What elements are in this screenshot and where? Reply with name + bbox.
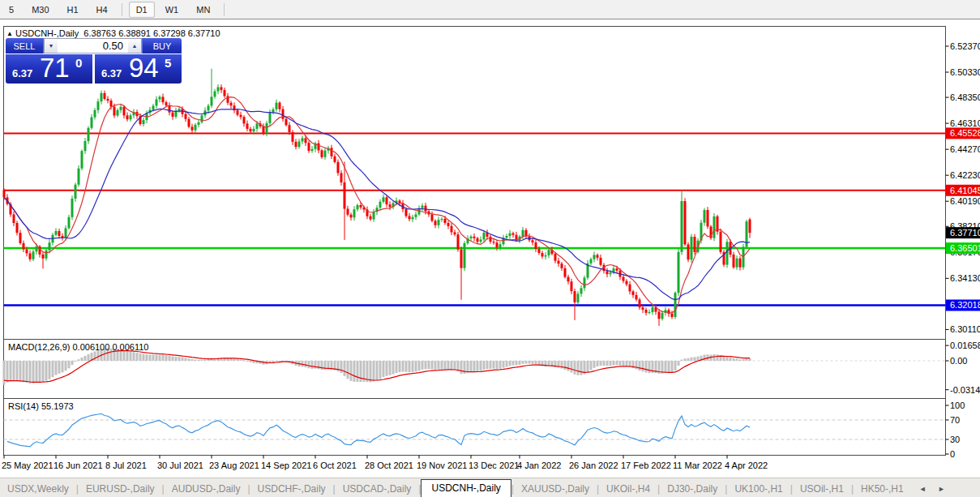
date-axis-label: 28 Oct 2021 <box>365 461 413 470</box>
date-axis-label: 4 Jan 2022 <box>517 461 561 470</box>
toolbar-separator <box>224 3 225 16</box>
sell-price-prefix: 6.37 <box>12 67 32 79</box>
date-axis-label: 6 Oct 2021 <box>313 461 357 470</box>
sell-price-pip: 0 <box>75 56 82 70</box>
date-axis-label: 11 Mar 2022 <box>673 461 722 470</box>
tab-usoil-[interactable]: USOil-,H1 <box>793 481 851 497</box>
rsi-indicator-label: RSI(14) 55.1973 <box>8 401 74 411</box>
volume-increase-button[interactable]: ▲ <box>128 39 141 53</box>
volume-spinner: ▼ ▲ <box>44 38 142 54</box>
date-axis-label: 8 Jul 2021 <box>105 461 147 470</box>
tab-usdcad-[interactable]: USDCAD-,Daily <box>336 481 419 497</box>
buy-price-prefix: 6.37 <box>101 67 122 79</box>
tab-xauusd-[interactable]: XAUUSD-,Daily <box>514 481 597 497</box>
collapse-chart-icon[interactable]: ▲ <box>6 30 13 37</box>
volume-decrease-button[interactable]: ▼ <box>45 39 58 53</box>
tab-usdx[interactable]: USDX,Weekly <box>0 481 76 497</box>
macd-indicator-label: MACD(12,26,9) 0.006100 0.006110 <box>8 342 148 352</box>
macd-axis-label: -0.031421 <box>950 385 980 395</box>
chart-ohlc-values: 6.38763 6.38891 6.37298 6.37710 <box>83 28 220 38</box>
price-badge-text: 6.45528 <box>950 128 980 138</box>
price-axis-label: 6.48350 <box>950 92 980 102</box>
sell-button[interactable]: SELL <box>6 38 44 54</box>
date-axis-label: 23 Aug 2021 <box>209 461 259 470</box>
price-axis-label: 6.34130 <box>950 273 980 283</box>
buy-button[interactable]: BUY <box>142 38 182 54</box>
tab-ukoil-[interactable]: UKOil-,H4 <box>599 481 657 497</box>
chart-symbol-title: USDCNH-,Daily <box>15 28 79 38</box>
tab-dj30-[interactable]: DJ30-,Daily <box>660 481 725 497</box>
one-click-trading-panel: SELL ▼ ▲ BUY 6.37 71 0 6.37 94 5 <box>6 38 182 84</box>
date-axis-label: 19 Nov 2021 <box>417 461 467 470</box>
rsi-axis-label: 0 <box>950 449 955 459</box>
price-axis-label: 6.46310 <box>950 118 980 128</box>
tab-audusd-[interactable]: AUDUSD-,Daily <box>165 481 248 497</box>
timeframe-button-w1[interactable]: W1 <box>158 2 186 18</box>
date-axis-label: 4 Apr 2022 <box>725 461 768 470</box>
trading-terminal: 5M30H1H4D1W1MN 6.523706.503306.483506.46… <box>0 0 980 497</box>
tab-eurusd-[interactable]: EURUSD-,Daily <box>79 481 162 497</box>
tab-scroll-arrows[interactable]: ◄ ► <box>919 485 950 497</box>
symbol-tab-bar: USDX,Weekly|EURUSD-,Daily|AUDUSD-,Daily|… <box>0 478 980 497</box>
date-axis-label: 14 Sep 2021 <box>261 461 311 470</box>
timeframe-button-m30[interactable]: M30 <box>24 2 56 18</box>
price-badge-text: 6.32018 <box>950 300 980 310</box>
toolbar-separator <box>122 3 122 16</box>
buy-price-pip: 5 <box>165 56 171 70</box>
chart-canvas[interactable]: 6.523706.503306.483506.463106.442706.422… <box>0 19 980 478</box>
chart-header: ▲ USDCNH-,Daily 6.38763 6.38891 6.37298 … <box>6 28 220 38</box>
buy-price-main: 94 <box>129 53 159 84</box>
volume-input[interactable] <box>58 39 128 53</box>
price-axis-label: 6.50330 <box>950 67 980 77</box>
rsi-axis-label: 30 <box>950 435 960 444</box>
date-axis-label: 16 Jun 2021 <box>53 461 103 470</box>
date-axis-label: 13 Dec 2021 <box>469 461 519 470</box>
timeframe-button-5[interactable]: 5 <box>2 2 21 18</box>
price-axis-label: 6.52370 <box>950 41 980 51</box>
timeframe-button-h4[interactable]: H4 <box>89 2 115 18</box>
tab-uk100-[interactable]: UK100-,H1 <box>727 481 790 497</box>
timeframe-toolbar: 5M30H1H4D1W1MN <box>0 0 980 19</box>
date-axis-label: 30 Jul 2021 <box>157 461 203 470</box>
date-axis-label: 17 Feb 2022 <box>621 461 671 470</box>
date-axis-label: 26 Jan 2022 <box>569 461 618 470</box>
timeframe-button-mn[interactable]: MN <box>189 2 217 18</box>
rsi-axis-label: 70 <box>950 415 960 425</box>
rsi-axis-label: 100 <box>950 401 965 410</box>
price-axis-label: 6.40190 <box>950 196 980 206</box>
price-axis-label: 6.42230 <box>950 170 980 180</box>
price-badge-text: 6.37710 <box>950 228 980 238</box>
tab-usdchf-[interactable]: USDCHF-,Daily <box>250 481 333 497</box>
timeframe-button-h1[interactable]: H1 <box>60 2 86 18</box>
macd-axis-label: 0.00 <box>950 356 967 366</box>
price-axis-label: 6.30110 <box>950 324 980 334</box>
tab-usdcnh-[interactable]: USDCNH-,Daily <box>421 479 511 497</box>
macd-axis-label: 0.016586 <box>950 341 980 350</box>
sell-price-main: 71 <box>40 53 70 84</box>
price-badge-text: 6.36501 <box>950 243 980 253</box>
date-axis-label: 25 May 2021 <box>2 461 53 470</box>
price-axis-label: 6.44270 <box>950 144 980 154</box>
tab-hk50-[interactable]: HK50-,H1 <box>854 481 911 497</box>
sell-price-button[interactable]: 6.37 71 0 <box>6 54 92 84</box>
price-badge-text: 6.41045 <box>950 186 980 195</box>
buy-price-button[interactable]: 6.37 94 5 <box>95 54 182 84</box>
timeframe-button-d1[interactable]: D1 <box>129 2 155 18</box>
